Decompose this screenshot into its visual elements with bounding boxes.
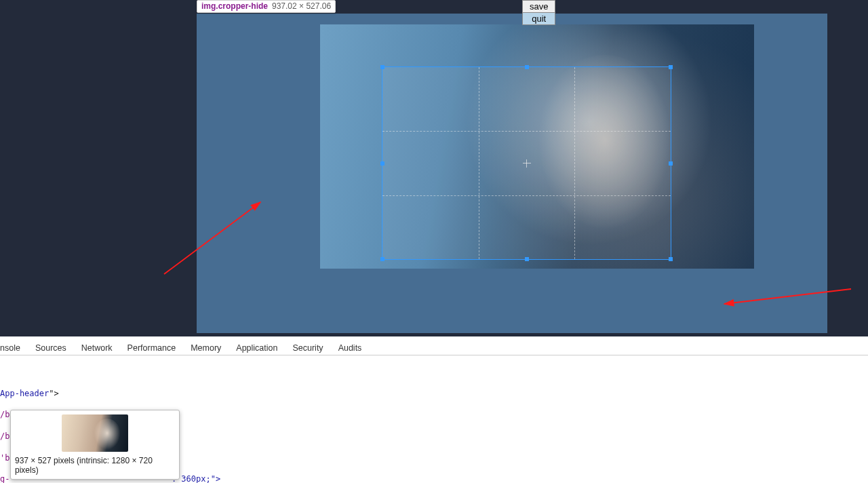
crop-gridline <box>382 195 671 196</box>
crop-handle-e[interactable] <box>669 161 673 166</box>
app-header: img.cropper-hide937.02 × 527.06 save qui… <box>0 0 868 336</box>
devtools-tab-network[interactable]: Network <box>81 343 113 353</box>
crop-gridline <box>574 67 575 259</box>
save-button[interactable]: save <box>522 0 555 13</box>
cropper-crop-box[interactable] <box>382 67 671 259</box>
devtools-tab-bar: nsole Sources Network Performance Memory… <box>0 336 868 355</box>
tooltip-tag: img.cropper-hide <box>201 1 268 11</box>
devtools-tab-console[interactable]: nsole <box>0 343 20 353</box>
image-hover-preview <box>62 414 128 452</box>
image-hover-tooltip: 937 × 527 pixels (intrinsic: 1280 × 720 … <box>10 410 180 480</box>
dom-line[interactable]: App-header"> <box>0 389 868 400</box>
element-inspect-tooltip: img.cropper-hide937.02 × 527.06 <box>197 0 336 13</box>
image-hover-caption: 937 × 527 pixels (intrinsic: 1280 × 720 … <box>15 452 175 475</box>
devtools-tab-application[interactable]: Application <box>236 343 277 353</box>
crop-center-icon <box>523 159 531 168</box>
crop-handle-sw[interactable] <box>380 257 384 261</box>
crop-handle-se[interactable] <box>669 257 673 261</box>
crop-handle-w[interactable] <box>380 161 384 166</box>
devtools-tab-security[interactable]: Security <box>292 343 323 353</box>
tooltip-dimensions: 937.02 × 527.06 <box>268 1 331 11</box>
crop-handle-n[interactable] <box>525 65 529 69</box>
crop-gridline <box>479 67 479 259</box>
devtools-tab-audits[interactable]: Audits <box>338 343 362 353</box>
quit-button[interactable]: quit <box>522 13 555 25</box>
devtools-tab-memory[interactable]: Memory <box>191 343 221 353</box>
devtools-tab-sources[interactable]: Sources <box>35 343 66 353</box>
devtools-tab-performance[interactable]: Performance <box>127 343 176 353</box>
button-stack: save quit <box>522 0 555 25</box>
crop-handle-nw[interactable] <box>380 65 384 69</box>
cropper-container[interactable] <box>197 14 827 333</box>
crop-handle-s[interactable] <box>525 257 529 261</box>
crop-gridline <box>382 131 671 132</box>
crop-handle-ne[interactable] <box>669 65 673 69</box>
